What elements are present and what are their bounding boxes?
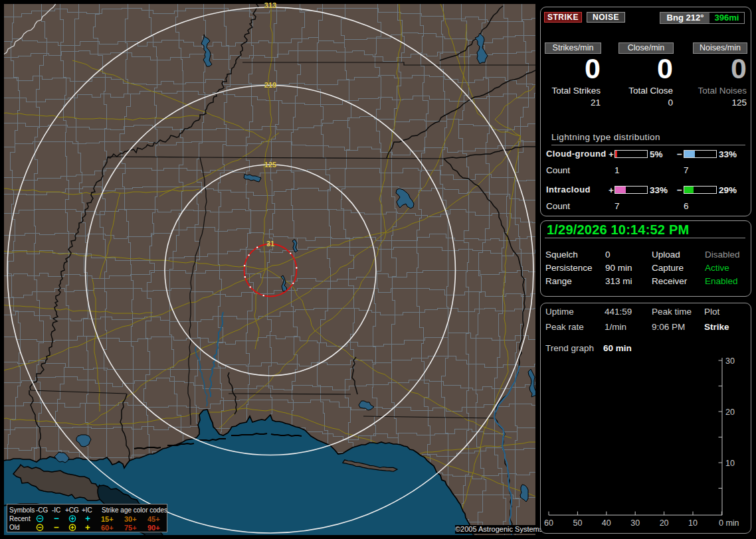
- svg-text:20: 20: [660, 518, 669, 528]
- svg-text:60: 60: [544, 518, 553, 528]
- svg-text:10: 10: [725, 459, 735, 468]
- svg-text:10: 10: [688, 518, 698, 528]
- svg-text:30: 30: [630, 518, 640, 528]
- svg-text:0 min: 0 min: [719, 518, 739, 528]
- svg-text:20: 20: [725, 408, 735, 417]
- svg-text:40: 40: [602, 518, 611, 528]
- svg-text:50: 50: [573, 518, 582, 528]
- svg-text:30: 30: [725, 356, 735, 366]
